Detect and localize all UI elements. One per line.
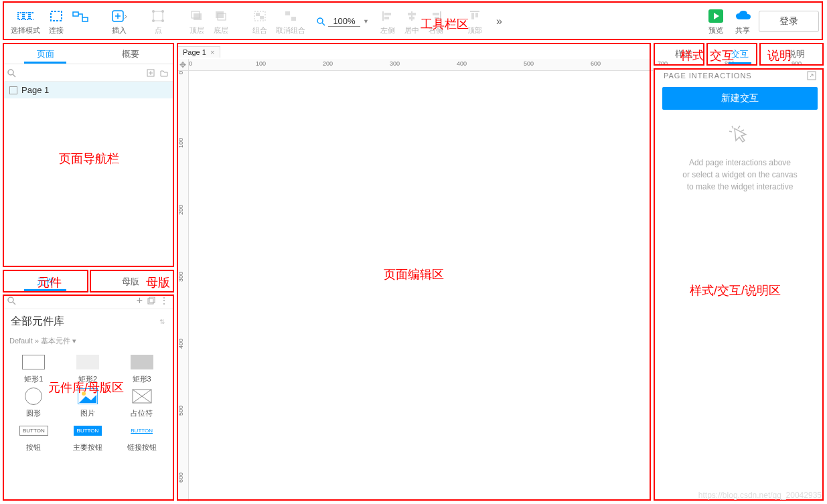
svg-rect-19 [285,11,290,15]
svg-rect-3 [51,11,62,21]
align-left-button[interactable]: 左侧 [377,5,398,37]
select-mode-icon [17,8,33,24]
back-button[interactable]: 底层 [210,5,232,37]
add-page-icon[interactable] [146,68,155,78]
insert-icon [111,8,127,24]
library-icon[interactable] [147,296,156,305]
page-item-label: Page 1 [21,85,49,95]
svg-point-10 [152,19,155,22]
select-container-button[interactable]: 连接 [46,5,67,37]
preview-button[interactable]: 预览 [705,5,727,37]
select-container-icon [48,8,64,24]
svg-point-35 [8,70,13,75]
svg-rect-24 [384,17,389,19]
tab-pages[interactable]: 页面 [3,44,88,64]
connect-button[interactable] [70,5,91,37]
svg-rect-39 [149,297,155,303]
connect-icon [72,9,88,25]
widget-rect2[interactable]: 矩形2 [62,354,114,384]
tab-style[interactable]: 样式 [656,44,712,64]
cloud-icon [735,8,751,24]
svg-point-8 [152,10,155,13]
ruler-horizontal[interactable]: 0100200300400500600700800900 [189,59,653,71]
svg-rect-27 [409,17,415,19]
login-button[interactable]: 登录 [759,11,819,32]
tab-widgets[interactable]: 元件 [3,272,88,291]
canvas-area: Page 1 × ✥ 0100200300400500600700800900 … [177,44,653,501]
group-icon [252,8,268,24]
zoom-control[interactable]: ▼ [316,16,369,27]
right-panel: 样式 交互 说明 PAGE INTERACTIONS 新建交互 Add page… [656,44,824,501]
svg-point-37 [8,297,13,303]
widget-link-button[interactable]: BUTTON链接按钮 [116,422,167,452]
add-icon[interactable]: + [137,295,143,307]
front-button[interactable]: 顶层 [186,5,208,37]
tab-outline[interactable]: 概要 [88,44,173,64]
ruler-vertical[interactable]: 0100200300400500600 [177,71,189,501]
canvas[interactable] [189,71,653,501]
share-button[interactable]: 共享 [732,5,753,37]
svg-rect-2 [30,13,33,19]
library-select[interactable]: 全部元件库 ⇅ [8,311,167,333]
svg-rect-23 [384,13,391,15]
svg-rect-20 [291,17,296,21]
ungroup-icon [283,8,299,24]
widget-primary-button[interactable]: BUTTON主要按钮 [62,422,114,452]
widget-placeholder[interactable]: 占位符 [116,388,167,418]
insert-button[interactable]: 插入 [108,5,130,37]
svg-rect-12 [194,13,202,20]
svg-point-11 [161,19,164,22]
svg-rect-29 [433,13,439,15]
svg-point-41 [82,392,86,396]
pages-panel: 页面 概要 Page 1 [3,44,173,265]
toolbar: 选择模式 连接 插入 点 顶层 底层 组合 取消组合 ▼ 左侧 居中 右侧 顶部… [3,3,824,40]
tab-interact[interactable]: 交互 [712,44,768,64]
toolbar-more-button[interactable]: » [488,15,510,27]
search-icon[interactable] [7,296,16,305]
widget-image[interactable]: 图片 [62,388,114,418]
add-folder-icon[interactable] [159,68,169,78]
tab-masters[interactable]: 母版 [88,272,173,291]
select-mode-button[interactable]: 选择模式 [8,5,43,37]
align-center-icon [404,8,420,24]
svg-rect-26 [408,13,416,15]
back-icon [213,8,229,24]
play-icon [708,8,724,24]
empty-state: Add page interactions above or select a … [656,110,824,206]
search-icon[interactable] [7,68,16,78]
widget-button[interactable]: BUTTON按钮 [8,422,60,452]
tab-notes[interactable]: 说明 [768,44,824,64]
new-interaction-button[interactable]: 新建交互 [662,87,818,110]
align-top-button[interactable]: 顶部 [464,5,485,37]
front-icon [189,8,205,24]
page-item[interactable]: Page 1 [3,82,173,98]
svg-rect-18 [260,16,264,19]
widget-rect3[interactable]: 矩形3 [116,354,167,384]
svg-rect-17 [256,13,260,16]
point-button[interactable]: 点 [147,5,169,37]
ruler-origin[interactable]: ✥ [177,59,189,71]
align-center-button[interactable]: 居中 [401,5,423,37]
widget-circle[interactable]: 圆形 [8,388,60,418]
widget-rect1[interactable]: 矩形1 [8,354,60,384]
svg-point-9 [161,10,164,13]
zoom-input[interactable] [328,16,360,27]
point-icon [150,8,166,24]
svg-rect-5 [82,17,88,21]
svg-rect-1 [24,13,29,19]
cursor-click-icon [727,123,753,150]
canvas-tab[interactable]: Page 1 × [177,46,220,58]
svg-rect-38 [148,299,153,304]
left-panel: 页面 概要 Page 1 元件 母版 + ⋮ 全部元件库 ⇅ [3,44,173,501]
group-button[interactable]: 组合 [249,5,271,37]
widgets-panel: 元件 母版 + ⋮ 全部元件库 ⇅ Default » 基本元件 ▾ 矩形1 矩… [3,272,173,501]
ungroup-button[interactable]: 取消组合 [273,5,308,37]
svg-rect-14 [216,11,224,18]
expand-icon[interactable] [807,71,816,80]
align-right-button[interactable]: 右侧 [425,5,447,37]
library-breadcrumb[interactable]: Default » 基本元件 ▾ [3,335,173,347]
close-tab-icon[interactable]: × [210,48,214,56]
align-top-icon [467,8,483,24]
menu-icon[interactable]: ⋮ [160,296,169,305]
page-icon [9,86,17,94]
